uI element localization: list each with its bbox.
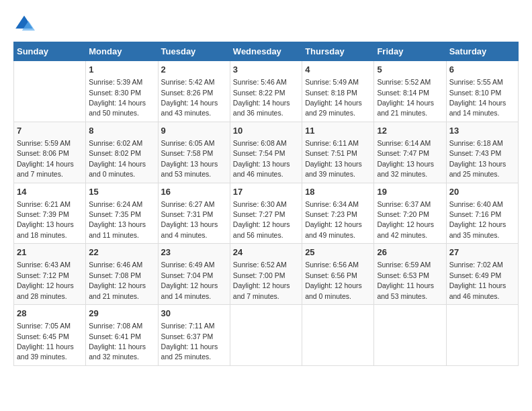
calendar-cell: 30Sunrise: 7:11 AM Sunset: 6:37 PM Dayli… [158,305,230,366]
day-number: 30 [161,308,227,320]
day-number: 27 [449,246,515,259]
day-info: Sunrise: 6:43 AM Sunset: 7:12 PM Dayligh… [17,261,74,300]
calendar-cell [230,305,302,366]
page-header [13,13,519,35]
calendar-cell: 12Sunrise: 6:14 AM Sunset: 7:47 PM Dayli… [374,122,446,183]
calendar-cell: 14Sunrise: 6:21 AM Sunset: 7:39 PM Dayli… [14,183,86,244]
calendar-cell: 3Sunrise: 5:46 AM Sunset: 8:22 PM Daylig… [230,61,302,122]
day-number: 25 [305,246,371,259]
day-number: 24 [233,246,299,259]
logo [13,13,38,35]
calendar-week-row: 14Sunrise: 6:21 AM Sunset: 7:39 PM Dayli… [14,183,519,244]
day-info: Sunrise: 6:46 AM Sunset: 7:08 PM Dayligh… [89,261,146,300]
day-info: Sunrise: 6:11 AM Sunset: 7:51 PM Dayligh… [305,139,362,178]
day-info: Sunrise: 6:24 AM Sunset: 7:35 PM Dayligh… [89,200,146,239]
day-number: 23 [161,246,227,259]
calendar-cell: 8Sunrise: 6:02 AM Sunset: 8:02 PM Daylig… [86,122,158,183]
day-number: 1 [89,64,154,76]
day-info: Sunrise: 5:39 AM Sunset: 8:30 PM Dayligh… [89,78,146,117]
day-info: Sunrise: 6:08 AM Sunset: 7:54 PM Dayligh… [233,139,290,178]
day-info: Sunrise: 6:52 AM Sunset: 7:00 PM Dayligh… [233,261,290,300]
day-info: Sunrise: 7:11 AM Sunset: 6:37 PM Dayligh… [161,322,218,361]
day-number: 19 [377,186,443,198]
calendar-cell: 27Sunrise: 7:02 AM Sunset: 6:49 PM Dayli… [446,244,518,305]
day-number: 11 [305,125,371,137]
calendar-cell: 18Sunrise: 6:34 AM Sunset: 7:23 PM Dayli… [302,183,374,244]
day-info: Sunrise: 6:37 AM Sunset: 7:20 PM Dayligh… [377,200,434,239]
day-number: 16 [161,186,227,198]
day-info: Sunrise: 6:21 AM Sunset: 7:39 PM Dayligh… [17,200,74,239]
day-number: 18 [305,186,371,198]
calendar-cell: 22Sunrise: 6:46 AM Sunset: 7:08 PM Dayli… [86,244,158,305]
header-monday: Monday [86,42,158,61]
day-number: 7 [17,125,83,137]
day-info: Sunrise: 6:14 AM Sunset: 7:47 PM Dayligh… [377,139,434,178]
calendar-cell [302,305,374,366]
day-number: 28 [17,308,83,320]
day-number: 15 [89,186,154,198]
day-info: Sunrise: 5:59 AM Sunset: 8:06 PM Dayligh… [17,139,74,178]
day-number: 22 [89,246,154,259]
day-info: Sunrise: 6:49 AM Sunset: 7:04 PM Dayligh… [161,261,218,300]
day-info: Sunrise: 6:27 AM Sunset: 7:31 PM Dayligh… [161,200,218,239]
day-info: Sunrise: 6:18 AM Sunset: 7:43 PM Dayligh… [449,139,506,178]
calendar-table: SundayMondayTuesdayWednesdayThursdayFrid… [13,42,519,366]
calendar-cell: 9Sunrise: 6:05 AM Sunset: 7:58 PM Daylig… [158,122,230,183]
day-number: 17 [233,186,299,198]
calendar-cell [14,61,86,122]
calendar-cell: 15Sunrise: 6:24 AM Sunset: 7:35 PM Dayli… [86,183,158,244]
day-info: Sunrise: 7:05 AM Sunset: 6:45 PM Dayligh… [17,322,74,361]
header-friday: Friday [374,42,446,61]
day-number: 26 [377,246,443,259]
calendar-cell [446,305,518,366]
calendar-cell: 23Sunrise: 6:49 AM Sunset: 7:04 PM Dayli… [158,244,230,305]
logo-icon [13,13,35,35]
day-info: Sunrise: 7:02 AM Sunset: 6:49 PM Dayligh… [449,261,506,300]
day-number: 6 [449,64,515,76]
day-info: Sunrise: 5:46 AM Sunset: 8:22 PM Dayligh… [233,78,290,117]
day-info: Sunrise: 6:02 AM Sunset: 8:02 PM Dayligh… [89,139,146,178]
calendar-week-row: 7Sunrise: 5:59 AM Sunset: 8:06 PM Daylig… [14,122,519,183]
calendar-week-row: 21Sunrise: 6:43 AM Sunset: 7:12 PM Dayli… [14,244,519,305]
day-info: Sunrise: 7:08 AM Sunset: 6:41 PM Dayligh… [89,322,146,361]
calendar-cell: 19Sunrise: 6:37 AM Sunset: 7:20 PM Dayli… [374,183,446,244]
day-number: 13 [449,125,515,137]
calendar-cell: 2Sunrise: 5:42 AM Sunset: 8:26 PM Daylig… [158,61,230,122]
day-number: 2 [161,64,227,76]
day-info: Sunrise: 6:34 AM Sunset: 7:23 PM Dayligh… [305,200,362,239]
day-number: 20 [449,186,515,198]
calendar-cell: 20Sunrise: 6:40 AM Sunset: 7:16 PM Dayli… [446,183,518,244]
calendar-cell: 28Sunrise: 7:05 AM Sunset: 6:45 PM Dayli… [14,305,86,366]
calendar-cell: 24Sunrise: 6:52 AM Sunset: 7:00 PM Dayli… [230,244,302,305]
day-info: Sunrise: 6:40 AM Sunset: 7:16 PM Dayligh… [449,200,506,239]
day-number: 10 [233,125,299,137]
calendar-cell: 26Sunrise: 6:59 AM Sunset: 6:53 PM Dayli… [374,244,446,305]
calendar-cell: 29Sunrise: 7:08 AM Sunset: 6:41 PM Dayli… [86,305,158,366]
calendar-header-row: SundayMondayTuesdayWednesdayThursdayFrid… [14,42,519,61]
day-info: Sunrise: 5:55 AM Sunset: 8:10 PM Dayligh… [449,78,506,117]
day-number: 4 [305,64,371,76]
day-info: Sunrise: 6:05 AM Sunset: 7:58 PM Dayligh… [161,139,218,178]
header-tuesday: Tuesday [158,42,230,61]
calendar-cell [374,305,446,366]
calendar-week-row: 28Sunrise: 7:05 AM Sunset: 6:45 PM Dayli… [14,305,519,366]
calendar-cell: 25Sunrise: 6:56 AM Sunset: 6:56 PM Dayli… [302,244,374,305]
day-number: 5 [377,64,443,76]
day-number: 29 [89,308,154,320]
day-info: Sunrise: 5:49 AM Sunset: 8:18 PM Dayligh… [305,78,362,117]
calendar-cell: 21Sunrise: 6:43 AM Sunset: 7:12 PM Dayli… [14,244,86,305]
calendar-cell: 7Sunrise: 5:59 AM Sunset: 8:06 PM Daylig… [14,122,86,183]
header-sunday: Sunday [14,42,86,61]
calendar-cell: 5Sunrise: 5:52 AM Sunset: 8:14 PM Daylig… [374,61,446,122]
header-saturday: Saturday [446,42,518,61]
day-info: Sunrise: 6:30 AM Sunset: 7:27 PM Dayligh… [233,200,290,239]
day-number: 21 [17,246,83,259]
day-number: 14 [17,186,83,198]
day-number: 12 [377,125,443,137]
header-thursday: Thursday [302,42,374,61]
header-wednesday: Wednesday [230,42,302,61]
calendar-cell: 16Sunrise: 6:27 AM Sunset: 7:31 PM Dayli… [158,183,230,244]
day-number: 3 [233,64,299,76]
day-info: Sunrise: 5:42 AM Sunset: 8:26 PM Dayligh… [161,78,218,117]
calendar-cell: 17Sunrise: 6:30 AM Sunset: 7:27 PM Dayli… [230,183,302,244]
